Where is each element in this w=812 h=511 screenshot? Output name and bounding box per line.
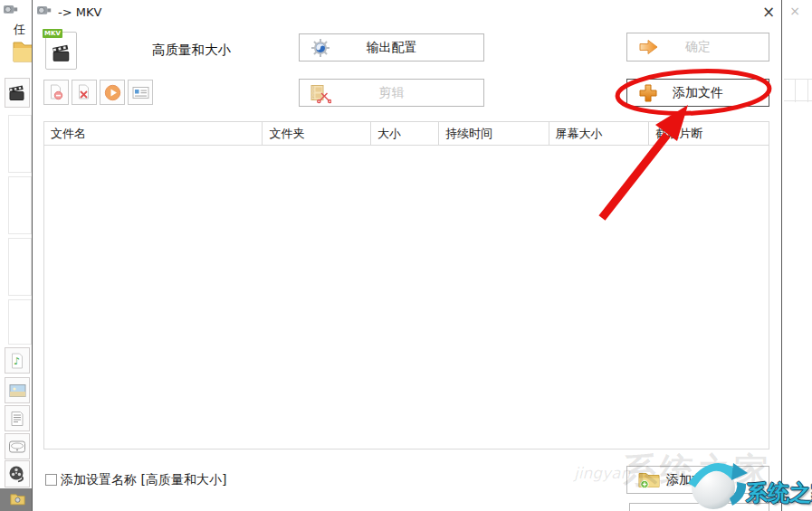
sidebar-item-picture[interactable] [5, 377, 30, 403]
column-header-filename[interactable]: 文件名 [44, 122, 263, 146]
add-folder-button[interactable]: 添加文件夹 [626, 466, 769, 494]
sidebar-item-rom-device[interactable] [5, 433, 30, 459]
column-header-screen-size[interactable]: 屏幕大小 [549, 122, 650, 146]
document-icon [9, 411, 25, 427]
file-table-body[interactable] [44, 146, 769, 449]
sidebar-item-advanced[interactable] [5, 460, 30, 487]
add-name-checkbox-label: 添加设置名称 [高质量和大小] [61, 472, 226, 488]
dialog-left-edge [32, 0, 33, 511]
clear-list-icon [76, 84, 92, 100]
add-name-checkbox[interactable] [45, 474, 57, 486]
mkv-file-icon: MKV [45, 32, 77, 70]
disc-drive-icon [8, 438, 26, 455]
clapperboard-icon [8, 84, 26, 102]
svg-text:♪: ♪ [14, 355, 20, 367]
add-file-button[interactable]: 添加文件 [626, 79, 769, 107]
bg-tab-label: 任 [14, 22, 25, 38]
column-header-duration[interactable]: 持续时间 [439, 122, 549, 146]
mkv-badge: MKV [43, 29, 62, 38]
play-preview-button[interactable] [100, 80, 125, 105]
file-table-header: 文件名 文件夹 大小 持续时间 屏幕大小 截取片断 [44, 122, 769, 146]
dialog-close-button[interactable]: × [759, 3, 779, 21]
collapsed-panel [8, 238, 32, 296]
music-note-icon: ♪ [9, 353, 25, 369]
sidebar-item-document[interactable] [5, 405, 30, 431]
picture-icon [9, 383, 26, 399]
file-table[interactable]: 文件名 文件夹 大小 持续时间 屏幕大小 截取片断 [43, 121, 769, 449]
play-icon [104, 84, 121, 101]
collapsed-panel [8, 115, 32, 173]
collapsed-panel [8, 299, 32, 345]
add-file-label: 添加文件 [627, 80, 769, 106]
collapsed-panel [8, 176, 32, 234]
taskbar [0, 488, 32, 511]
dialog-right-edge [781, 0, 782, 511]
background-window-strip: × [782, 0, 812, 511]
dialog-title: -> MKV [58, 5, 101, 19]
output-config-button[interactable]: 输出配置 [299, 33, 484, 62]
clapperboard-icon [52, 43, 72, 63]
film-reel-icon [8, 465, 26, 483]
preset-name: 高质量和大小 [152, 42, 231, 59]
taskbar-app-icon[interactable] [10, 492, 25, 506]
sidebar-item-audio[interactable]: ♪ [5, 347, 30, 374]
ok-button[interactable]: 确定 [626, 33, 769, 62]
info-panel-icon [132, 85, 149, 100]
sidebar-item-video[interactable] [5, 78, 30, 108]
remove-file-icon [48, 84, 64, 100]
bg-table-header-corner [784, 79, 812, 101]
column-header-clip-segment[interactable]: 截取片断 [649, 122, 769, 146]
app-icon [4, 3, 18, 15]
file-info-button[interactable] [128, 80, 153, 105]
partial-bottom-button[interactable] [629, 503, 769, 511]
ok-label: 确定 [627, 33, 769, 61]
clip-label: 剪辑 [300, 80, 483, 106]
column-header-folder[interactable]: 文件夹 [263, 122, 371, 146]
output-config-label: 输出配置 [300, 34, 483, 61]
remove-file-button[interactable] [43, 80, 69, 105]
clip-button[interactable]: 剪辑 [299, 79, 484, 107]
column-header-size[interactable]: 大小 [371, 122, 439, 146]
bg-window-close-button[interactable]: × [786, 3, 804, 19]
dialog-app-icon [37, 4, 52, 16]
clear-list-button[interactable] [72, 80, 97, 105]
screen: 任 ♪ [0, 0, 812, 511]
add-folder-label: 添加文件夹 [627, 467, 769, 493]
